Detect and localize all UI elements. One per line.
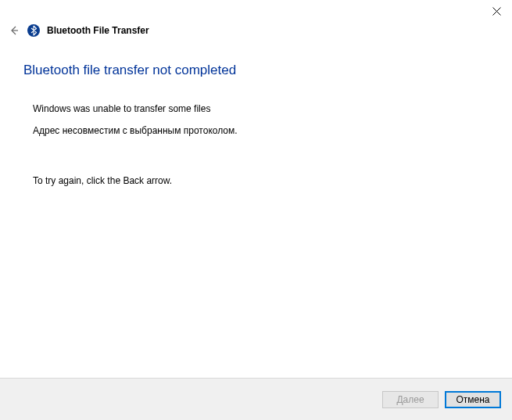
bluetooth-icon — [27, 23, 41, 38]
next-button: Далее — [382, 391, 439, 408]
header-bar: Bluetooth File Transfer — [8, 23, 149, 38]
cancel-button[interactable]: Отмена — [445, 391, 501, 408]
window-title: Bluetooth File Transfer — [47, 25, 149, 36]
try-again-text: To try again, click the Back arrow. — [33, 175, 489, 186]
footer-bar: Далее Отмена — [0, 378, 512, 420]
error-message-2: Адрес несовместим с выбранным протоколом… — [33, 125, 489, 136]
close-button[interactable] — [481, 0, 512, 22]
error-message-1: Windows was unable to transfer some file… — [33, 103, 489, 114]
content-area: Bluetooth file transfer not completed Wi… — [23, 63, 489, 186]
back-arrow-button[interactable] — [8, 24, 20, 37]
page-heading: Bluetooth file transfer not completed — [23, 63, 489, 78]
